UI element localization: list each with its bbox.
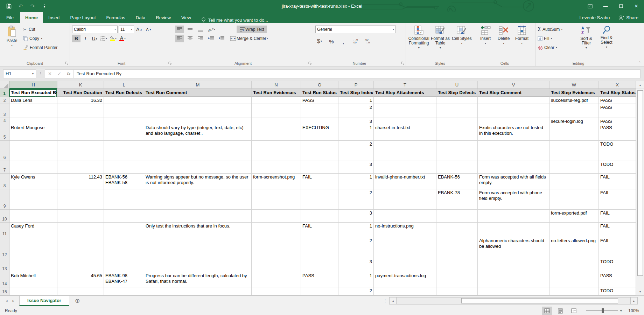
zoom-percentage[interactable]: 100% <box>625 308 639 313</box>
tell-me-box[interactable]: Tell me what you want to do... <box>201 17 268 23</box>
top-align-button[interactable] <box>175 26 184 33</box>
cell-W15[interactable] <box>550 287 599 295</box>
number-format-combo[interactable]: General▾ <box>315 26 396 33</box>
cell-N6[interactable] <box>252 141 301 161</box>
cell-L8[interactable]: EBANK-56 EBANK-58 <box>104 174 144 189</box>
cell-K6[interactable] <box>57 141 104 161</box>
cell-N2[interactable] <box>252 97 301 104</box>
cell-T4[interactable] <box>374 118 436 124</box>
cell-O8[interactable]: FAIL <box>301 174 338 189</box>
cell-H3[interactable] <box>9 104 57 118</box>
cell-T10[interactable] <box>374 210 436 223</box>
insert-cells-button[interactable]: Insert ▾ <box>476 24 495 58</box>
cell-M5[interactable]: Data should vary by type (integer, text,… <box>144 124 252 141</box>
cell-L7[interactable] <box>104 161 144 174</box>
cell-T5[interactable]: charset-in-test.txt <box>374 124 436 141</box>
cell-T13[interactable] <box>374 258 436 272</box>
cell-M9[interactable] <box>144 189 252 210</box>
vertical-scrollbar-thumb[interactable] <box>637 90 643 276</box>
cell-W6[interactable] <box>550 141 599 161</box>
copy-button[interactable]: Copy ▾ <box>22 35 59 42</box>
cell-H10[interactable] <box>9 210 57 223</box>
cell-X13[interactable]: TODO <box>599 258 636 272</box>
cell-X10[interactable]: FAIL <box>599 210 636 223</box>
page-break-preview-button[interactable] <box>568 307 579 315</box>
find-select-button[interactable]: Find & Select ▾ <box>596 24 617 58</box>
scroll-down-button[interactable]: ▾ <box>636 288 644 295</box>
cell-P14[interactable]: 1 <box>338 272 374 287</box>
cell-T12[interactable] <box>374 237 436 258</box>
cell-O6[interactable] <box>301 141 338 161</box>
cell-V13[interactable] <box>478 258 550 272</box>
cell-N15[interactable] <box>252 287 301 295</box>
selection-fill-handle[interactable] <box>55 95 57 97</box>
cell-M1[interactable]: Test Run Comment <box>144 89 252 97</box>
cell-M4[interactable] <box>144 118 252 124</box>
merge-center-button[interactable]: Merge & Center ▾ <box>228 35 270 42</box>
cell-X9[interactable]: FAIL <box>599 189 636 210</box>
cell-U6[interactable] <box>436 141 478 161</box>
cell-M13[interactable] <box>144 258 252 272</box>
horizontal-scrollbar-thumb[interactable] <box>461 298 618 303</box>
cell-X7[interactable]: TODO <box>599 161 636 174</box>
name-box[interactable]: H1 ▾ <box>3 69 36 78</box>
select-all-button[interactable] <box>0 81 9 89</box>
cell-H4[interactable] <box>9 118 57 124</box>
cell-T2[interactable] <box>374 97 436 104</box>
font-name-combo[interactable]: Calibri▾ <box>72 26 118 33</box>
cell-K9[interactable] <box>57 189 104 210</box>
cell-H8[interactable]: Kyle Owens <box>9 174 57 189</box>
cell-K10[interactable] <box>57 210 104 223</box>
cell-N5[interactable] <box>252 124 301 141</box>
align-center-button[interactable] <box>186 35 194 42</box>
tab-page-layout[interactable]: Page Layout <box>65 12 101 23</box>
zoom-in-button[interactable]: + <box>620 308 622 313</box>
cell-K4[interactable] <box>57 118 104 124</box>
cell-X8[interactable]: FAIL <box>599 174 636 189</box>
cell-P15[interactable]: 2 <box>338 287 374 295</box>
font-size-combo[interactable]: 11▾ <box>119 26 134 33</box>
enter-button[interactable]: ✓ <box>55 71 64 76</box>
cell-P4[interactable]: 3 <box>338 118 374 124</box>
cell-T8[interactable]: invalid-phone-number.txt <box>374 174 436 189</box>
zoom-slider-track[interactable] <box>586 310 618 311</box>
cell-M10[interactable] <box>144 210 252 223</box>
cell-L15[interactable] <box>104 287 144 295</box>
column-header-H[interactable]: H <box>9 81 57 89</box>
cell-O11[interactable]: FAIL <box>301 223 338 237</box>
autosum-button[interactable]: Σ AutoSum ▾ <box>538 26 576 33</box>
cell-U15[interactable] <box>436 287 478 295</box>
cell-L10[interactable] <box>104 210 144 223</box>
cell-U8[interactable]: EBANK-56 <box>436 174 478 189</box>
wrap-text-button[interactable]: Wrap Text <box>237 26 267 33</box>
cell-U10[interactable] <box>436 210 478 223</box>
cell-H9[interactable] <box>9 189 57 210</box>
cell-N1[interactable]: Test Run Evidences <box>252 89 301 97</box>
cell-V12[interactable]: Alphanumeric characters should be allowe… <box>478 237 550 258</box>
column-header-L[interactable]: L <box>104 81 144 89</box>
cell-P1[interactable]: Test Step Index <box>338 89 374 97</box>
cell-K2[interactable]: 16.32 <box>57 97 104 104</box>
cell-L9[interactable] <box>104 189 144 210</box>
tab-data[interactable]: Data <box>131 12 150 23</box>
horizontal-scrollbar[interactable]: ⋮ ◂ ▸ <box>384 297 638 304</box>
cell-U9[interactable]: EBANK-78 <box>436 189 478 210</box>
format-as-table-button[interactable]: Format as Table ▾ <box>429 24 451 58</box>
row-header-11[interactable]: 11 <box>0 223 9 237</box>
clear-button[interactable]: Clear ▾ <box>538 44 576 51</box>
cell-T11[interactable]: no-instructions.png <box>374 223 436 237</box>
cell-W12[interactable]: no-letters-allowed.png <box>550 237 599 258</box>
cell-P3[interactable]: 2 <box>338 104 374 118</box>
column-header-V[interactable]: V <box>478 81 550 89</box>
page-layout-view-button[interactable] <box>555 307 566 315</box>
cell-K8[interactable]: 112.43 <box>57 174 104 189</box>
cell-M12[interactable] <box>144 237 252 258</box>
borders-button[interactable]: ▾ <box>99 35 108 42</box>
fill-button[interactable]: Fill ▾ <box>538 35 576 42</box>
cell-O10[interactable] <box>301 210 338 223</box>
clipboard-dialog-launcher-icon[interactable] <box>65 62 69 65</box>
cell-O3[interactable] <box>301 104 338 118</box>
row-header-12[interactable]: 12 <box>0 237 9 258</box>
cell-L4[interactable] <box>104 118 144 124</box>
cell-V15[interactable] <box>478 287 550 295</box>
